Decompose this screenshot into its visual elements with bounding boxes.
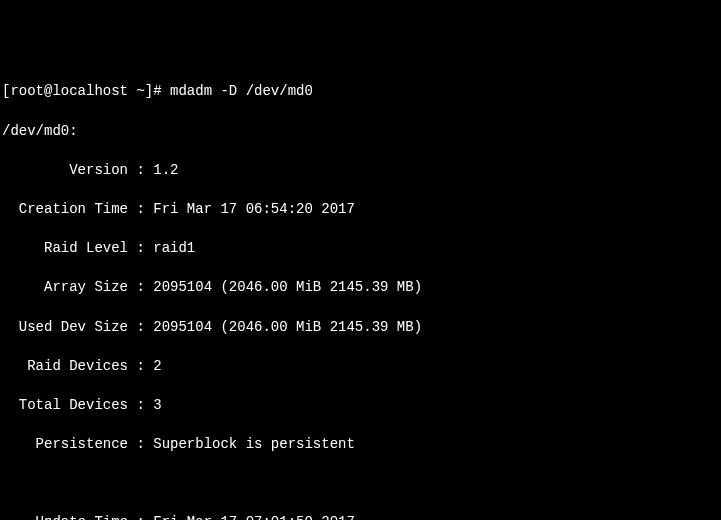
device-line: /dev/md0:: [2, 122, 719, 142]
field-version: Version : 1.2: [2, 161, 719, 181]
field-value: Fri Mar 17 06:54:20 2017: [153, 201, 355, 217]
field-value: 1.2: [153, 162, 178, 178]
field-label: Array Size :: [2, 279, 153, 295]
field-label: Version :: [2, 162, 153, 178]
field-raid-level: Raid Level : raid1: [2, 239, 719, 259]
field-label: Total Devices :: [2, 397, 153, 413]
field-value: Fri Mar 17 07:01:50 2017: [153, 514, 355, 520]
field-value: 2: [153, 358, 161, 374]
blank-line: [2, 474, 719, 494]
field-total-devices: Total Devices : 3: [2, 396, 719, 416]
field-used-dev-size: Used Dev Size : 2095104 (2046.00 MiB 214…: [2, 318, 719, 338]
field-label: Used Dev Size :: [2, 319, 153, 335]
field-label: Creation Time :: [2, 201, 153, 217]
field-label: Update Time :: [2, 514, 153, 520]
field-label: Persistence :: [2, 436, 153, 452]
field-value: Superblock is persistent: [153, 436, 355, 452]
field-array-size: Array Size : 2095104 (2046.00 MiB 2145.3…: [2, 278, 719, 298]
field-label: Raid Level :: [2, 240, 153, 256]
field-raid-devices: Raid Devices : 2: [2, 357, 719, 377]
field-value: 2095104 (2046.00 MiB 2145.39 MB): [153, 319, 422, 335]
field-value: raid1: [153, 240, 195, 256]
field-creation-time: Creation Time : Fri Mar 17 06:54:20 2017: [2, 200, 719, 220]
field-update-time: Update Time : Fri Mar 17 07:01:50 2017: [2, 513, 719, 520]
field-label: Raid Devices :: [2, 358, 153, 374]
prompt-line: [root@localhost ~]# mdadm -D /dev/md0: [2, 82, 719, 102]
field-value: 2095104 (2046.00 MiB 2145.39 MB): [153, 279, 422, 295]
field-persistence: Persistence : Superblock is persistent: [2, 435, 719, 455]
field-value: 3: [153, 397, 161, 413]
